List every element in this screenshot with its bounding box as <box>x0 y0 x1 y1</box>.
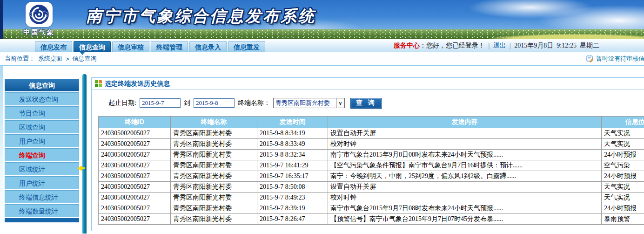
header-banner: 中国气象 南宁市气象综合信息发布系统 <box>0 0 644 39</box>
main-nav: 信息发布信息查询信息审核终端管理信息录入信息重发 服务中心 ： 您好，您已经登录… <box>0 39 644 52</box>
sidebar-item[interactable]: 终端查询 <box>5 148 79 161</box>
nav-tab[interactable]: 信息查询 <box>74 41 111 52</box>
nav-tab[interactable]: 信息发布 <box>35 41 72 52</box>
sidebar-items: 发送状态查询节目查询区域查询用户查询终端查询区域统计用户统计终端信息统计终端数量… <box>5 92 79 217</box>
service-center-colon: ： <box>420 41 426 50</box>
table-row: 240305002005027青秀区南阳新光村委2015-9-8 8:32:34… <box>99 150 644 160</box>
table-row: 240305002005027青秀区南阳新光村委2015-9-8 8:33:49… <box>99 139 644 150</box>
pending-review-text: 暂时没有待审核信息 <box>596 55 644 63</box>
history-table: 终端ID终端名称发送时间发送内容信息位置 240305002005027青秀区南… <box>98 116 644 225</box>
table-cell: 2015-9-7 16:35:17 <box>257 171 328 182</box>
table-cell: 240305002005027 <box>99 150 171 160</box>
breadcrumb-current: 信息查询 <box>73 55 97 63</box>
table-cell: 青秀区南阳新光村委 <box>171 128 257 139</box>
table-cell: 青秀区南阳新光村委 <box>171 203 257 214</box>
table-cell: 【空气污染气象条件预报】南宁市气象台9月7日16时提供：预计...... <box>328 160 602 171</box>
table-cell: 天气实况 <box>602 139 644 150</box>
table-body: 240305002005027青秀区南阳新光村委2015-9-8 8:34:19… <box>99 128 644 225</box>
main-panel: 选定终端发送历史信息 起止日期: 到 终端名称： 青秀区南阳新光村委 ∨ 查 询… <box>91 77 644 231</box>
table-row: 240305002005027青秀区南阳新光村委2015-9-7 16:35:1… <box>99 171 644 182</box>
table-cell: 2015-9-8 8:34:19 <box>257 128 328 139</box>
breadcrumb-home-link[interactable]: 系统桌面 <box>38 55 62 63</box>
header-left-strip <box>0 0 3 39</box>
table-cell: 240305002005027 <box>99 214 171 225</box>
table-cell: 240305002005027 <box>99 182 171 193</box>
logo-caption: 中国气象 <box>12 28 66 37</box>
table-cell: 南宁市气象台2015年9月7日08时发布未来24小时天气预报...... <box>328 203 602 214</box>
breadcrumb-label: 当前位置： <box>5 55 35 63</box>
sidebar-item[interactable]: 终端数量统计 <box>5 204 79 217</box>
table-row: 240305002005027青秀区南阳新光村委2015-9-7 8:39:19… <box>99 203 644 214</box>
nav-tab[interactable]: 信息重发 <box>228 41 265 52</box>
sidebar-item[interactable]: 用户查询 <box>5 134 79 147</box>
query-button[interactable]: 查 询 <box>350 98 382 109</box>
column-header: 信息位置 <box>602 117 644 128</box>
column-header: 发送时间 <box>257 117 328 128</box>
table-cell: 2015-9-7 8:50:08 <box>257 182 328 193</box>
column-header: 发送内容 <box>328 117 602 128</box>
table-row: 240305002005027青秀区南阳新光村委2015-9-7 8:49:23… <box>99 193 644 203</box>
sidebar: 信息查询 发送状态查询节目查询区域查询用户查询终端查询区域统计用户统计终端信息统… <box>5 79 79 222</box>
sidebar-item[interactable]: 区域查询 <box>5 120 79 133</box>
terminal-name-label: 终端名称： <box>238 99 270 107</box>
table-cell: 青秀区南阳新光村委 <box>171 193 257 203</box>
cma-logo: 中国气象 <box>12 2 66 37</box>
panel-grid-icon <box>95 80 102 87</box>
table-cell: 设置自动开关屏 <box>328 128 602 139</box>
cma-logo-badge <box>26 2 53 27</box>
table-cell: 天气实况 <box>602 128 644 139</box>
sidebar-item[interactable]: 节目查询 <box>5 106 79 119</box>
table-cell: 2015-9-7 8:39:19 <box>257 203 328 214</box>
table-cell: 240305002005027 <box>99 171 171 182</box>
sidebar-divider[interactable] <box>82 74 87 234</box>
nav-right: 服务中心 ： 您好，您已经登录！ | 退出 | 2015年9月8日 9:12:2… <box>394 39 599 52</box>
table-cell: 空气污染 <box>602 160 644 171</box>
active-tab-pointer-icon <box>80 52 85 55</box>
table-cell: 240305002005027 <box>99 203 171 214</box>
date-to-input[interactable] <box>194 98 235 108</box>
table-cell: 24小时预报 <box>602 203 644 214</box>
table-cell: 青秀区南阳新光村委 <box>171 171 257 182</box>
sidebar-item[interactable]: 终端信息统计 <box>5 190 79 203</box>
pending-review-notice[interactable]: 暂时没有待审核信息 <box>586 52 644 65</box>
nav-separator: | <box>510 42 511 49</box>
table-cell: 暴雨预警 <box>602 214 644 225</box>
terminal-select[interactable]: 青秀区南阳新光村委 ∨ <box>273 98 345 108</box>
breadcrumb-separator: > <box>66 55 69 62</box>
table-cell: 240305002005027 <box>99 128 171 139</box>
sidebar-item[interactable]: 区域统计 <box>5 162 79 175</box>
table-cell: 南宁：今晚到明天，中雨，25到29度，偏东风1到2级。白露蹛...... <box>328 171 602 182</box>
table-cell: 青秀区南阳新光村委 <box>171 150 257 160</box>
page: 中国气象 南宁市气象综合信息发布系统 信息发布信息查询信息审核终端管理信息录入信… <box>0 0 644 234</box>
table-cell: 青秀区南阳新光村委 <box>171 182 257 193</box>
nav-tab[interactable]: 终端管理 <box>151 41 188 52</box>
table-cell: 2015-9-8 8:32:34 <box>257 150 328 160</box>
sidebar-item[interactable]: 用户统计 <box>5 176 79 189</box>
table-cell: 青秀区南阳新光村委 <box>171 214 257 225</box>
panel-title: 选定终端发送历史信息 <box>105 80 170 88</box>
date-from-input[interactable] <box>140 98 181 108</box>
table-header-row: 终端ID终端名称发送时间发送内容信息位置 <box>99 117 644 128</box>
table-cell: 2015-9-8 8:33:49 <box>257 139 328 150</box>
column-header: 终端ID <box>99 117 171 128</box>
nav-tabs: 信息发布信息查询信息审核终端管理信息录入信息重发 <box>35 41 265 52</box>
table-cell: 240305002005027 <box>99 139 171 150</box>
datetime-display: 2015年9月8日 9:12:25 星期二 <box>514 41 599 50</box>
logout-link[interactable]: 退出 <box>493 41 506 50</box>
table-cell: 青秀区南阳新光村委 <box>171 160 257 171</box>
panel-header: 选定终端发送历史信息 <box>92 78 644 90</box>
breadcrumb-bar: 当前位置： 系统桌面 > 信息查询 暂时没有待审核信息 <box>0 52 644 66</box>
sidebar-item[interactable]: 发送状态查询 <box>5 92 79 105</box>
collapse-arrow-icon[interactable] <box>77 165 82 171</box>
table-cell: 2015-9-7 16:41:29 <box>257 160 328 171</box>
table-cell: 天气实况 <box>602 193 644 203</box>
table-row: 240305002005027青秀区南阳新光村委2015-9-7 8:50:08… <box>99 182 644 193</box>
table-row: 240305002005027青秀区南阳新光村委2015-9-7 16:41:2… <box>99 160 644 171</box>
nav-tab[interactable]: 信息录入 <box>189 41 227 52</box>
table-cell: 24小时预报 <box>602 150 644 160</box>
table-cell: 2015-9-7 8:26:47 <box>257 214 328 225</box>
content-area: 信息查询 发送状态查询节目查询区域查询用户查询终端查询区域统计用户统计终端信息统… <box>0 66 644 234</box>
table-cell: 设置自动开关屏 <box>328 182 602 193</box>
query-form: 起止日期: 到 终端名称： 青秀区南阳新光村委 ∨ 查 询 <box>92 90 644 116</box>
nav-tab[interactable]: 信息审核 <box>112 41 149 52</box>
